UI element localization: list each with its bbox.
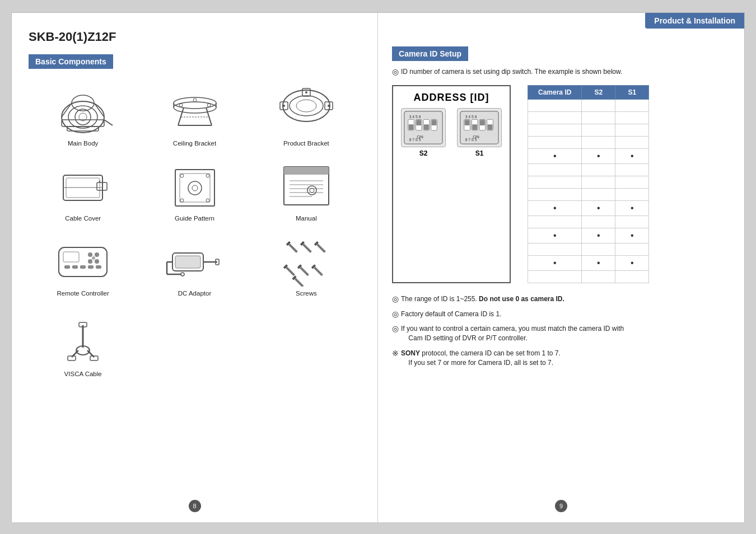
svg-rect-37 (180, 174, 210, 202)
page-title: SKB-20(1)Z12F (29, 30, 361, 44)
svg-point-41 (206, 174, 209, 177)
note4-symbol: ※ (392, 348, 399, 359)
component-guide-pattern: Guide Pattern (140, 157, 249, 226)
component-product-bracket: Product Bracket (252, 82, 361, 151)
svg-point-58 (95, 259, 99, 264)
table-cell (528, 176, 582, 189)
table-cell (582, 271, 615, 283)
svg-rect-63 (88, 265, 94, 269)
cable-cover-label: Cable Cover (65, 215, 101, 222)
camera-id-section: Camera ID Setup ◎ ID number of camera is… (392, 46, 730, 367)
table-cell (615, 124, 649, 137)
right-page: Product & Installation Camera ID Setup ◎… (378, 13, 744, 522)
note-id-range: ◎ The range of ID is 1~255. Do not use 0… (392, 294, 730, 305)
note3-symbol: ◎ (392, 324, 399, 335)
note4-text: SONY protocol, the camera ID can be set … (401, 349, 561, 368)
svg-rect-84 (300, 266, 309, 276)
table-row (528, 189, 649, 201)
guide-pattern-icon (164, 161, 226, 212)
visca-cable-icon (52, 317, 114, 367)
table-row (528, 271, 649, 283)
table-cell (615, 271, 649, 283)
svg-line-17 (178, 107, 184, 125)
table-cell (582, 189, 615, 201)
note1-symbol: ◎ (392, 294, 399, 305)
note-sony-protocol: ※ SONY protocol, the camera ID can be se… (392, 349, 730, 368)
camera-id-header: Camera ID Setup (392, 46, 468, 61)
table-header-s2: S2 (582, 86, 615, 100)
table-cell (582, 124, 615, 137)
table-cell: • (582, 228, 615, 243)
component-visca-cable: VISCA Cable (29, 312, 137, 382)
dip-switch-s2-img: 3 4 5 6 8 7 6 5 (401, 108, 446, 147)
basic-components-header: Basic Components (29, 54, 113, 69)
svg-point-6 (72, 95, 94, 111)
svg-point-38 (188, 181, 202, 195)
table-row: ••• (528, 228, 649, 243)
svg-point-51 (307, 186, 316, 195)
svg-point-26 (283, 105, 285, 107)
product-bracket-label: Product Bracket (283, 140, 329, 147)
dip-s1-label: S1 (475, 149, 484, 157)
circle-symbol: ◎ (392, 67, 399, 76)
table-cell: • (528, 201, 582, 216)
remote-controller-icon (52, 236, 114, 287)
svg-line-9 (104, 120, 113, 125)
svg-rect-105 (424, 124, 429, 130)
product-bracket-icon (276, 86, 337, 137)
table-cell: • (528, 149, 582, 164)
svg-point-57 (88, 259, 92, 264)
id-content: ADDRESS [ID] 3 4 5 6 (392, 85, 730, 283)
guide-pattern-label: Guide Pattern (175, 215, 214, 222)
component-cable-cover: Cable Cover (29, 157, 137, 226)
note2-text: Factory default of Camera ID is 1. (401, 310, 501, 319)
cable-cover-icon (52, 161, 114, 212)
table-row: ••• (528, 256, 649, 271)
svg-rect-80 (316, 243, 326, 253)
svg-point-15 (193, 99, 197, 102)
note1-text: The range of ID is 1~255. Do not use 0 a… (401, 294, 564, 304)
svg-text:ON: ON (473, 134, 479, 139)
dip-s2-label: S2 (419, 149, 428, 157)
table-cell (615, 112, 649, 124)
svg-rect-106 (432, 120, 437, 125)
note-match-id: ◎ If you want to control a certain camer… (392, 324, 730, 343)
left-page: SKB-20(1)Z12F Basic Components (12, 13, 378, 522)
svg-point-22 (290, 96, 323, 116)
svg-line-18 (206, 107, 212, 125)
svg-text:3 4 5 6: 3 4 5 6 (465, 115, 477, 119)
id-note: ◎ ID number of camera is set using dip s… (392, 68, 730, 76)
table-cell (528, 112, 582, 124)
table-cell: • (528, 256, 582, 271)
table-row (528, 216, 649, 228)
camera-id-table: Camera ID S2 S1 •••••••••••• (528, 85, 649, 283)
svg-rect-115 (465, 120, 470, 125)
remote-controller-label: Remote Controller (57, 290, 109, 297)
svg-point-39 (192, 185, 198, 191)
dc-adaptor-label: DC Adaptor (178, 290, 211, 297)
dc-adaptor-icon (164, 236, 226, 287)
address-title: ADDRESS [ID] (401, 92, 502, 104)
component-ceiling-bracket: Ceiling Bracket (140, 82, 249, 151)
manual-icon (276, 161, 337, 212)
table-row (528, 100, 649, 112)
svg-rect-62 (80, 265, 86, 269)
component-dc-adaptor: DC Adaptor (140, 232, 249, 301)
svg-point-28 (305, 91, 307, 93)
table-cell (615, 216, 649, 228)
table-cell (528, 216, 582, 228)
table-cell (615, 100, 649, 112)
svg-point-29 (296, 100, 316, 112)
svg-point-43 (206, 199, 209, 202)
svg-text:3 4 5 6: 3 4 5 6 (409, 115, 421, 119)
svg-point-40 (180, 174, 184, 177)
svg-point-56 (95, 252, 99, 257)
svg-rect-77 (302, 243, 312, 253)
table-cell (582, 112, 615, 124)
svg-rect-117 (480, 120, 485, 125)
table-cell: • (582, 149, 615, 164)
table-cell (582, 176, 615, 189)
screws-label: Screws (296, 290, 317, 297)
components-grid: Main Body (29, 82, 361, 382)
main-body-icon (52, 86, 114, 137)
